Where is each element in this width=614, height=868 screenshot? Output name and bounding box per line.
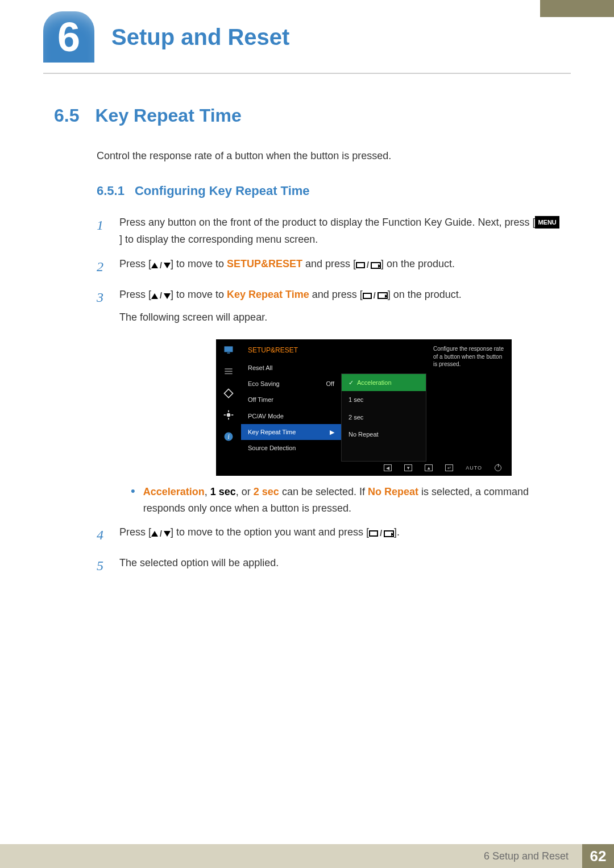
up-icon: ▲ xyxy=(425,464,433,471)
bullet-text: Acceleration, 1 sec, or 2 sec can be sel… xyxy=(143,484,560,517)
following-screen-text: The following screen will appear. xyxy=(119,309,560,326)
section-number: 6.5 xyxy=(54,105,79,126)
text: ] on the product. xyxy=(388,289,462,300)
chapter-number-badge: 6 xyxy=(43,11,94,63)
enter-icon: ↵ xyxy=(445,464,453,471)
list-icon xyxy=(222,366,235,378)
emph: 2 sec xyxy=(254,486,279,497)
menu-chip: MENU xyxy=(535,216,559,229)
down-icon: ▼ xyxy=(404,464,412,471)
chapter-title: Setup and Reset xyxy=(111,24,289,50)
subsection-number: 6.5.1 xyxy=(97,184,125,198)
osd-submenu-item: No Repeat xyxy=(342,426,426,443)
text: ]. xyxy=(394,526,400,538)
enter-key-icon: / xyxy=(363,289,388,302)
step-5: 5 The selected option will be applied. xyxy=(97,555,560,578)
osd-footer-icons: ◀ ▼ ▲ ↵ AUTO xyxy=(216,462,512,476)
footer-page-number: 62 xyxy=(582,844,614,868)
osd-menu-item: Reset All xyxy=(241,360,341,376)
auto-label: AUTO xyxy=(466,464,482,472)
osd-submenu-item: 1 sec xyxy=(342,391,426,408)
value: Off xyxy=(326,379,334,389)
svg-rect-0 xyxy=(225,347,233,352)
step-body: Press [/] to move to SETUP&RESET and pre… xyxy=(119,256,560,279)
text: and press [ xyxy=(302,258,356,269)
emph: No Repeat xyxy=(368,486,418,497)
page-content: 6.5 Key Repeat Time Control the response… xyxy=(54,105,560,585)
chapter-header: 6 Setup and Reset xyxy=(43,11,289,63)
emph: 1 sec xyxy=(210,486,236,497)
text: , or xyxy=(236,486,254,497)
text: ] to move to xyxy=(171,258,227,269)
text: and press [ xyxy=(309,289,363,300)
svg-text:i: i xyxy=(227,434,229,441)
header-rule xyxy=(43,73,571,74)
monitor-icon xyxy=(222,344,235,356)
step-number: 3 xyxy=(97,286,109,516)
osd-menu-item: PC/AV Mode xyxy=(241,408,341,424)
svg-point-6 xyxy=(227,413,231,417)
target-menu: Key Repeat Time xyxy=(227,289,309,300)
power-icon xyxy=(495,464,501,471)
subsection-title: Configuring Key Repeat Time xyxy=(135,184,310,198)
text: Press [ xyxy=(119,258,151,269)
page-footer: 6 Setup and Reset 62 xyxy=(0,844,614,868)
procedure-steps: 1 Press any button on the front of the p… xyxy=(97,214,560,578)
section-heading: 6.5 Key Repeat Time xyxy=(54,105,560,126)
osd-screenshot: i SETUP&RESET Reset All Eco SavingOff Of… xyxy=(216,339,512,475)
text: can be selected. If xyxy=(279,486,368,497)
osd-menu-list: SETUP&RESET Reset All Eco SavingOff Off … xyxy=(241,339,341,462)
osd-tab-icons: i xyxy=(216,339,241,462)
osd-menu-item: Eco SavingOff xyxy=(241,376,341,392)
step-3: 3 Press [/] to move to Key Repeat Time a… xyxy=(97,286,560,516)
section-title: Key Repeat Time xyxy=(95,105,241,126)
section-intro: Control the response rate of a button wh… xyxy=(97,150,560,162)
label: PC/AV Mode xyxy=(248,411,284,421)
bullet-dot-icon: • xyxy=(131,484,135,517)
osd-help-text: Configure the response rate of a button … xyxy=(426,339,512,462)
up-down-key-icon: / xyxy=(151,528,171,541)
text: ] to move to the option you want and pre… xyxy=(171,526,369,538)
enter-key-icon: / xyxy=(369,527,394,540)
label: Key Repeat Time xyxy=(248,427,296,437)
text: Press [ xyxy=(119,289,151,300)
osd-menu-item: Source Detection xyxy=(241,440,341,456)
svg-rect-3 xyxy=(225,371,232,372)
svg-rect-2 xyxy=(225,369,232,370)
size-icon xyxy=(222,387,235,400)
text: , xyxy=(205,486,210,497)
option-bullet: • Acceleration, 1 sec, or 2 sec can be s… xyxy=(131,484,560,517)
target-menu: SETUP&RESET xyxy=(227,258,302,269)
osd-menu-title: SETUP&RESET xyxy=(241,343,341,360)
step-body: The selected option will be applied. xyxy=(119,555,560,578)
label: Off Timer xyxy=(248,394,273,405)
svg-rect-1 xyxy=(227,353,230,354)
osd-panel: i SETUP&RESET Reset All Eco SavingOff Of… xyxy=(216,339,512,462)
osd-submenu-item-selected: Acceleration xyxy=(342,374,426,391)
osd-submenu-item: 2 sec xyxy=(342,409,426,426)
osd-submenu: Acceleration 1 sec 2 sec No Repeat xyxy=(341,373,426,462)
subsection-heading: 6.5.1 Configuring Key Repeat Time xyxy=(97,184,560,198)
up-down-key-icon: / xyxy=(151,259,171,272)
label: Eco Saving xyxy=(248,379,280,389)
text: ] to display the corresponding menu scre… xyxy=(119,234,318,245)
svg-marker-5 xyxy=(225,389,233,398)
text: ] to move to xyxy=(171,289,227,300)
emph: Acceleration xyxy=(143,486,205,497)
text: Press [ xyxy=(119,526,151,538)
step-4: 4 Press [/] to move to the option you wa… xyxy=(97,524,560,547)
label: Source Detection xyxy=(248,443,296,453)
step-number: 4 xyxy=(97,524,109,547)
step-body: Press any button on the front of the pro… xyxy=(119,214,560,248)
text: ] on the product. xyxy=(381,258,455,269)
info-icon: i xyxy=(222,430,235,443)
gear-icon xyxy=(222,409,235,421)
step-number: 5 xyxy=(97,555,109,578)
label: Reset All xyxy=(248,363,272,373)
step-body: Press [/] to move to Key Repeat Time and… xyxy=(119,286,560,516)
text: Press any button on the front of the pro… xyxy=(119,217,535,228)
svg-rect-4 xyxy=(225,373,232,375)
up-down-key-icon: / xyxy=(151,289,171,302)
step-body: Press [/] to move to the option you want… xyxy=(119,524,560,547)
left-icon: ◀ xyxy=(384,464,392,471)
